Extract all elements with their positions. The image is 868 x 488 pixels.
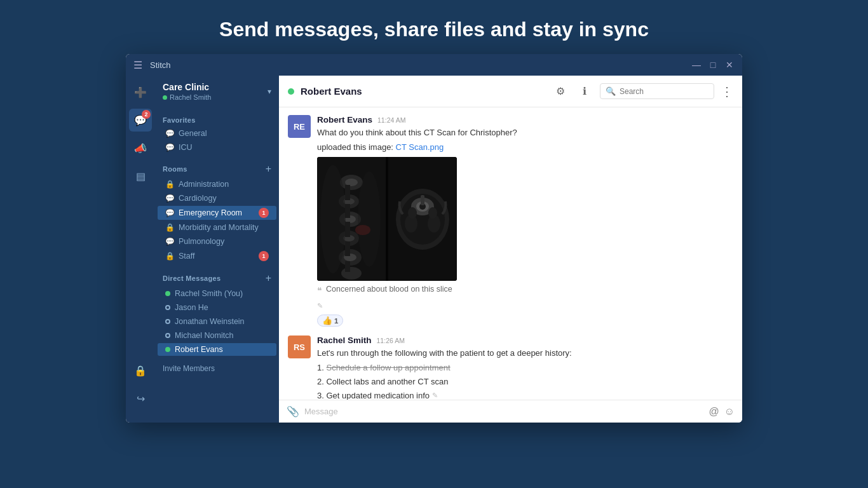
edit-icon[interactable]: ✎ xyxy=(317,302,323,309)
chat-header: Robert Evans ⚙ ℹ 🔍 ⋮ xyxy=(279,76,742,107)
list-item-3: 3. Get updated medication info ✎ xyxy=(317,389,733,400)
favorites-section-header[interactable]: Favorites xyxy=(155,107,279,126)
sidebar-icon-messages[interactable]: 💬 2 xyxy=(129,109,152,132)
file-link[interactable]: CT Scan.png xyxy=(396,142,444,152)
info-icon[interactable]: ℹ xyxy=(576,83,593,100)
avatar: RE xyxy=(288,115,311,138)
sidebar-item-general[interactable]: 💬 General xyxy=(158,127,276,140)
messages-area: RE Robert Evans 11:24 AM What do you thi… xyxy=(279,107,742,400)
quote-block: ❝ Concerned about blood on this slice xyxy=(317,285,733,295)
sidebar-dm-jonathan-weinstein[interactable]: Jonathan Weinstein xyxy=(158,315,276,328)
dm-status-offline-icon xyxy=(165,333,170,338)
message-time: 11:24 AM xyxy=(377,116,405,124)
channel-icon: 💬 xyxy=(165,143,175,152)
sidebar-item-staff[interactable]: 🔒 Staff 1 xyxy=(158,249,276,263)
message-robert-evans: RE Robert Evans 11:24 AM What do you thi… xyxy=(288,115,733,327)
sidebar-item-label: Emergency Room xyxy=(179,208,255,217)
menu-icon[interactable]: ☰ xyxy=(133,59,142,71)
rooms-section-header[interactable]: Rooms + xyxy=(155,154,279,177)
channel-icon: 💬 xyxy=(165,129,175,138)
avatar: RS xyxy=(288,336,311,358)
svg-point-31 xyxy=(408,207,417,219)
ct-scan-image[interactable] xyxy=(317,157,457,281)
svg-point-22 xyxy=(355,225,370,235)
sidebar-item-cardiology[interactable]: 💬 Cardiology xyxy=(158,192,276,205)
dm-status-online-icon xyxy=(165,347,170,352)
sidebar-dm-michael-nomitch[interactable]: Michael Nomitch xyxy=(158,329,276,342)
reaction-emoji: 👍 xyxy=(322,316,332,325)
message-text: What do you think about this CT Scan for… xyxy=(317,126,733,139)
upload-info: uploaded this image: CT Scan.png xyxy=(317,141,733,154)
app-title: Stitch xyxy=(150,60,691,70)
add-room-icon[interactable]: + xyxy=(266,163,271,175)
sidebar-dm-robert-evans[interactable]: Robert Evans xyxy=(158,343,276,356)
message-input[interactable] xyxy=(304,407,703,416)
channel-icon: 💬 xyxy=(165,208,175,217)
message-author: Rachel Smith xyxy=(317,336,372,345)
invite-members-button[interactable]: Invite Members xyxy=(155,356,279,376)
attach-icon[interactable]: 📎 xyxy=(287,405,299,417)
title-bar: ☰ Stitch — □ ✕ xyxy=(126,54,742,76)
message-time: 11:26 AM xyxy=(377,337,405,344)
sidebar-item-label: General xyxy=(179,129,269,138)
sidebar-item-icu[interactable]: 💬 ICU xyxy=(158,141,276,154)
close-button[interactable]: ✕ xyxy=(724,60,735,70)
svg-rect-16 xyxy=(345,204,350,218)
lock-icon: 🔒 xyxy=(134,365,147,377)
reaction-thumbsup[interactable]: 👍 1 xyxy=(317,315,343,327)
edit-row: ✎ xyxy=(317,299,733,311)
sidebar-dm-jason-he[interactable]: Jason He xyxy=(158,301,276,314)
settings-icon[interactable]: ⚙ xyxy=(552,83,569,100)
message-text: Let's run through the following with the… xyxy=(317,347,733,360)
sidebar-icon-add-workspace[interactable]: ➕ xyxy=(129,81,152,104)
workspace-header[interactable]: Care Clinic Rachel Smith ▾ xyxy=(155,76,279,107)
rooms-section-title: Rooms xyxy=(163,165,187,173)
message-content: Robert Evans 11:24 AM What do you think … xyxy=(317,115,733,327)
lock-room-icon: 🔒 xyxy=(165,180,175,189)
search-box: 🔍 xyxy=(600,83,714,99)
at-icon[interactable]: @ xyxy=(709,406,719,417)
dm-label: Michael Nomitch xyxy=(175,331,233,340)
search-input[interactable] xyxy=(620,87,709,96)
list-item-1: 1. Schedule a follow up appointment xyxy=(317,361,733,375)
message-list: 1. Schedule a follow up appointment 2. C… xyxy=(317,361,733,400)
dm-section-header[interactable]: Direct Messages + xyxy=(155,264,279,287)
dm-section-title: Direct Messages xyxy=(163,274,220,282)
sidebar-icon-all-channels[interactable]: ▤ xyxy=(129,165,152,187)
messages-badge: 2 xyxy=(142,110,151,119)
page-title: Send messages, share files and stay in s… xyxy=(219,0,649,54)
reaction-count: 1 xyxy=(334,317,338,325)
dm-label: Robert Evans xyxy=(175,345,223,354)
sidebar-item-label: Pulmonology xyxy=(179,237,269,246)
sidebar-item-administration[interactable]: 🔒 Administration xyxy=(158,178,276,191)
svg-point-14 xyxy=(341,267,362,280)
svg-rect-18 xyxy=(345,241,350,256)
dm-status-online-icon xyxy=(165,291,170,296)
minimize-button[interactable]: — xyxy=(691,60,702,70)
message-content: Rachel Smith 11:26 AM Let's run through … xyxy=(317,336,733,400)
sidebar-item-pulmonology[interactable]: 💬 Pulmonology xyxy=(158,235,276,248)
sidebar-dm-rachel-smith[interactable]: Rachel Smith (You) xyxy=(158,287,276,300)
chat-title: Robert Evans xyxy=(301,86,545,97)
sidebar-item-morbidity[interactable]: 🔒 Morbidity and Mortality xyxy=(158,221,276,234)
quote-icon: ❝ xyxy=(317,285,322,295)
chat-area: Robert Evans ⚙ ℹ 🔍 ⋮ RE xyxy=(279,76,742,423)
dm-status-offline-icon xyxy=(165,305,170,310)
window-controls: — □ ✕ xyxy=(691,60,735,70)
user-online-dot xyxy=(163,95,167,100)
sidebar-icon-sign-out[interactable]: ↪ xyxy=(129,387,152,410)
chat-header-icons: ⚙ ℹ 🔍 ⋮ xyxy=(552,83,733,100)
emoji-icon[interactable]: ☺ xyxy=(724,406,735,417)
channel-icon: 💬 xyxy=(165,194,175,203)
sidebar-item-emergency-room[interactable]: 💬 Emergency Room 1 xyxy=(158,206,276,220)
message-header: Rachel Smith 11:26 AM xyxy=(317,336,733,345)
dm-label: Jonathan Weinstein xyxy=(175,317,245,326)
app-window: ☰ Stitch — □ ✕ ➕ 💬 2 📣 ▤ xyxy=(126,54,742,423)
add-dm-icon[interactable]: + xyxy=(266,273,271,284)
channel-icon: 💬 xyxy=(165,237,175,246)
maximize-button[interactable]: □ xyxy=(708,60,718,70)
edit-icon[interactable]: ✎ xyxy=(432,390,438,400)
more-options-icon[interactable]: ⋮ xyxy=(721,84,733,99)
sidebar-icon-lock[interactable]: 🔒 xyxy=(129,359,152,382)
sidebar-icon-announcements[interactable]: 📣 xyxy=(129,137,152,159)
